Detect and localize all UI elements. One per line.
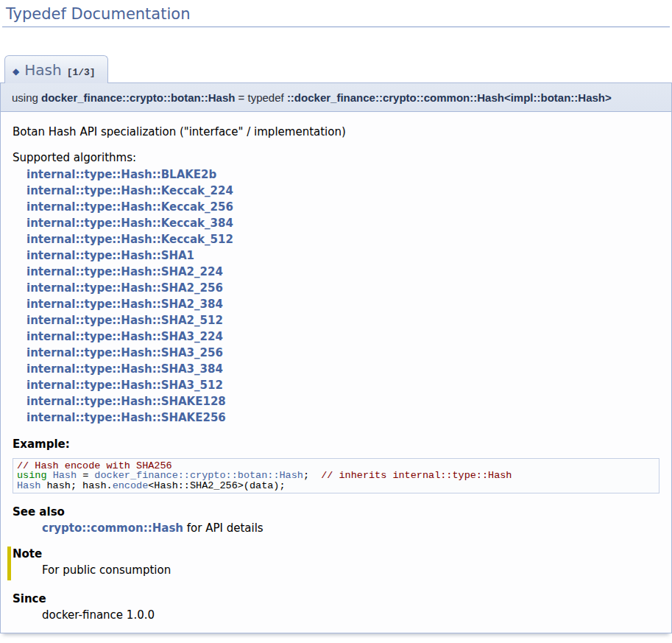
member-tab: ◆Hash[1/3] [4, 55, 108, 83]
see-also-text: for API details [183, 521, 264, 535]
see-also-label: See also [13, 505, 659, 519]
see-also-link[interactable]: crypto::common::Hash [42, 521, 183, 535]
example-section: Example: [13, 438, 659, 451]
example-label: Example: [13, 438, 659, 451]
algorithm-link[interactable]: internal::type::Hash::SHA2_256 [26, 280, 659, 296]
page-title: Typedef Documentation [2, 0, 670, 27]
algorithm-link[interactable]: internal::type::Hash::Keccak_512 [26, 231, 659, 247]
summary-text: Botan Hash API specialization ("interfac… [13, 124, 659, 139]
proto-keyword-using: using [12, 91, 41, 104]
algorithm-link[interactable]: internal::type::Hash::Keccak_224 [26, 183, 659, 199]
member-name: Hash [24, 61, 61, 79]
algorithm-list: internal::type::Hash::BLAKE2binternal::t… [26, 166, 659, 426]
algorithms-label: Supported algorithms: [13, 150, 659, 165]
code-link[interactable]: encode [113, 480, 149, 491]
algorithm-link[interactable]: internal::type::Hash::SHA2_384 [26, 296, 659, 312]
proto-equals-typedef: = typedef [235, 91, 286, 104]
algorithm-link[interactable]: internal::type::Hash::SHA3_384 [26, 361, 659, 377]
algorithm-link[interactable]: internal::type::Hash::SHA3_512 [26, 377, 659, 393]
note-section: Note For public consumption [7, 547, 659, 580]
proto-typedef-name: docker_finance::crypto::botan::Hash [41, 91, 235, 104]
example-code: // Hash encode with SHA256using Hash = d… [13, 458, 659, 494]
algorithm-link[interactable]: internal::type::Hash::SHAKE256 [26, 410, 659, 426]
code-token: ; [303, 470, 321, 481]
since-label: Since [13, 592, 659, 605]
permalink-diamond-icon[interactable]: ◆ [13, 66, 19, 77]
see-also-body: crypto::common::Hash for API details [42, 521, 659, 535]
algorithm-link[interactable]: internal::type::Hash::Keccak_256 [26, 199, 659, 215]
member-overload-badge: [1/3] [67, 67, 96, 78]
algorithm-link[interactable]: internal::type::Hash::SHA2_512 [26, 312, 659, 328]
algorithm-link[interactable]: internal::type::Hash::Keccak_384 [26, 215, 659, 231]
code-token: // inherits internal::type::Hash [321, 470, 512, 481]
code-token: <Hash::SHA2_256>(data); [148, 480, 285, 491]
since-section: Since docker-finance 1.0.0 [13, 592, 659, 622]
algorithm-link[interactable]: internal::type::Hash::SHA2_224 [26, 264, 659, 280]
member-item: using docker_finance::crypto::botan::Has… [0, 82, 672, 633]
algorithm-link[interactable]: internal::type::Hash::SHAKE128 [26, 393, 659, 410]
member-prototype: using docker_finance::crypto::botan::Has… [0, 82, 672, 112]
algorithm-link[interactable]: internal::type::Hash::SHA3_256 [26, 345, 659, 361]
since-text: docker-finance 1.0.0 [42, 608, 659, 622]
code-link[interactable]: Hash [17, 480, 40, 491]
proto-target-type: ::docker_finance::crypto::common::Hash<i… [287, 91, 612, 104]
code-token: hash; hash. [40, 480, 112, 491]
algorithm-link[interactable]: internal::type::Hash::BLAKE2b [26, 166, 659, 183]
see-also-section: See also crypto::common::Hash for API de… [13, 505, 659, 535]
algorithm-link[interactable]: internal::type::Hash::SHA3_224 [26, 328, 659, 345]
algorithm-link[interactable]: internal::type::Hash::SHA1 [26, 247, 659, 264]
note-label: Note [13, 547, 659, 561]
note-text: For public consumption [42, 563, 659, 577]
member-doc: Botan Hash API specialization ("interfac… [0, 112, 672, 633]
